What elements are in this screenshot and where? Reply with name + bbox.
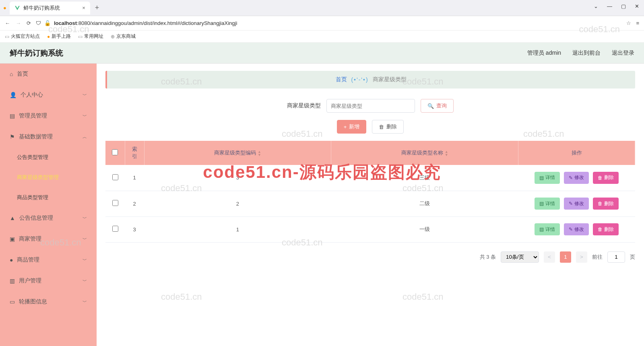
trash-icon: 🗑 (598, 175, 603, 181)
sidebar-label: 公告信息管理 (19, 214, 53, 222)
row-checkbox[interactable] (112, 200, 118, 206)
col-index[interactable]: 索 引 (125, 141, 144, 165)
pager-prev[interactable]: < (544, 251, 555, 263)
cell-code: 1 (144, 216, 331, 242)
window-dropdown-icon[interactable]: ⌄ (594, 3, 598, 9)
search-button[interactable]: 🔍查询 (421, 99, 454, 113)
sidebar-label: 用户管理 (19, 277, 41, 284)
window-minimize-icon[interactable]: — (607, 3, 612, 9)
sidebar-item-admin[interactable]: ▤管理员管理﹀ (0, 105, 97, 126)
admin-icon: ▤ (10, 113, 15, 119)
sort-icon: ▲▼ (258, 150, 261, 157)
sort-icon: ▲▼ (445, 150, 448, 157)
logout-link[interactable]: 退出登录 (612, 49, 634, 57)
bookmark-item[interactable]: ▭常用网址 (78, 33, 103, 40)
table-row: 13三级▤ 详情✎ 修改🗑 删除 (105, 165, 635, 191)
sidebar-submenu: 公告类型管理 商家星级类型管理 商品类型管理 (0, 147, 97, 208)
bookmark-item[interactable]: ⊕京东商城 (111, 33, 136, 40)
trash-icon: 🗑 (598, 201, 603, 206)
sidebar-label: 管理员管理 (19, 112, 47, 119)
home-icon: ⌂ (10, 71, 13, 77)
current-user-label[interactable]: 管理员 admin (527, 49, 561, 57)
batch-delete-button[interactable]: 🗑删除 (372, 120, 404, 134)
select-all-checkbox[interactable] (112, 149, 118, 155)
screen-icon: ▭ (10, 299, 15, 305)
shop-icon: ▣ (10, 236, 15, 242)
user-icon: 👤 (10, 92, 17, 98)
cell-name: 一级 (331, 216, 518, 242)
folder-icon: ▭ (5, 34, 9, 39)
cell-code: 3 (144, 165, 331, 191)
nav-reload-icon[interactable]: ⟳ (27, 20, 31, 26)
folder-icon: ▭ (78, 34, 83, 39)
cell-index: 2 (125, 191, 144, 216)
bookmark-item[interactable]: ●新手上路 (47, 33, 71, 40)
main-content: 首页 (•'-'•) 商家星级类型 商家星级类型 🔍查询 +新增 🗑删除 索 引… (97, 64, 644, 346)
sidebar-item-notice[interactable]: ▲公告信息管理﹀ (0, 208, 97, 229)
new-tab-button[interactable]: + (95, 4, 99, 12)
col-name-label: 商家星级类型名称 (401, 150, 443, 156)
cell-index: 1 (125, 165, 144, 191)
data-table: 索 引 商家星级类型编码▲▼ 商家星级类型名称▲▼ 操作 13三级▤ 详情✎ 修… (105, 141, 635, 243)
edit-button[interactable]: ✎ 修改 (564, 172, 589, 184)
col-ops: 操作 (518, 141, 635, 165)
trash-icon: 🗑 (598, 227, 603, 232)
list-icon: ▤ (539, 227, 544, 232)
breadcrumb-home[interactable]: 首页 (336, 76, 347, 83)
add-button[interactable]: +新增 (337, 120, 367, 134)
edit-button[interactable]: ✎ 修改 (564, 198, 589, 210)
sidebar-item-goods[interactable]: ●商品管理﹀ (0, 249, 97, 270)
pager-next[interactable]: > (576, 251, 587, 263)
search-input[interactable] (326, 99, 415, 113)
detail-button[interactable]: ▤ 详情 (535, 198, 560, 210)
app-header: 鲜牛奶订购系统 管理员 admin 退出到前台 退出登录 (0, 43, 644, 64)
sidebar-item-users[interactable]: ▥用户管理﹀ (0, 270, 97, 291)
sidebar-sub-goods-type[interactable]: 商品类型管理 (0, 187, 97, 208)
detail-button[interactable]: ▤ 详情 (535, 223, 560, 235)
detail-button[interactable]: ▤ 详情 (535, 172, 560, 184)
close-tab-icon[interactable]: × (82, 5, 85, 11)
cell-code: 2 (144, 191, 331, 216)
add-label: 新增 (349, 123, 359, 130)
pager-goto-input[interactable] (607, 251, 625, 263)
sidebar-label: 基础数据管理 (19, 133, 53, 140)
bookmarks-bar: ▭火狐官方站点 ●新手上路 ▭常用网址 ⊕京东商城 (0, 31, 644, 43)
nav-back-icon[interactable]: ← (5, 20, 10, 26)
back-to-front-link[interactable]: 退出到前台 (572, 49, 601, 57)
search-btn-label: 查询 (436, 102, 447, 109)
delete-button[interactable]: 🗑 删除 (593, 223, 619, 235)
url-host: localhost (54, 20, 77, 26)
sidebar-item-merchant[interactable]: ▣商家管理﹀ (0, 229, 97, 249)
page-size-select[interactable]: 10条/页 (501, 251, 539, 263)
window-close-icon[interactable]: ✕ (635, 3, 639, 9)
window-maximize-icon[interactable]: ▢ (621, 3, 626, 9)
sidebar-sub-label: 商家星级类型管理 (17, 174, 59, 181)
col-name[interactable]: 商家星级类型名称▲▼ (331, 141, 518, 165)
nav-forward-icon[interactable]: → (16, 20, 21, 26)
chevron-down-icon: ﹀ (83, 278, 87, 284)
bookmark-star-icon[interactable]: ☆ (626, 20, 631, 26)
menu-icon[interactable]: ≡ (636, 20, 639, 26)
flag-icon: ⚑ (10, 134, 15, 140)
delete-button[interactable]: 🗑 删除 (593, 198, 619, 210)
chevron-down-icon: ﹀ (83, 215, 87, 221)
browser-tab[interactable]: 鲜牛奶订购系统 × (10, 2, 90, 14)
url-field[interactable]: 🛡 🔓 localhost:8080/xiannaidinggou/admin/… (36, 20, 621, 26)
sidebar-sub-notice-type[interactable]: 公告类型管理 (0, 147, 97, 167)
col-code[interactable]: 商家星级类型编码▲▼ (144, 141, 331, 165)
sidebar-item-carousel[interactable]: ▭轮播图信息﹀ (0, 291, 97, 312)
edit-icon: ✎ (569, 175, 573, 181)
delete-button[interactable]: 🗑 删除 (593, 172, 619, 184)
bookmark-item[interactable]: ▭火狐官方站点 (5, 33, 40, 40)
sidebar-label: 首页 (17, 70, 28, 78)
row-checkbox[interactable] (112, 174, 118, 180)
sidebar-sub-star-type[interactable]: 商家星级类型管理 (0, 167, 97, 187)
sidebar-item-profile[interactable]: 👤个人中心﹀ (0, 84, 97, 105)
sidebar-item-basedata[interactable]: ⚑基础数据管理︿ (0, 126, 97, 147)
bookmark-label: 新手上路 (52, 33, 71, 40)
row-checkbox[interactable] (112, 226, 118, 232)
edit-button[interactable]: ✎ 修改 (564, 223, 589, 235)
sidebar-item-home[interactable]: ⌂首页 (0, 64, 97, 84)
pager-page-1[interactable]: 1 (560, 251, 571, 263)
search-label: 商家星级类型 (287, 102, 321, 109)
